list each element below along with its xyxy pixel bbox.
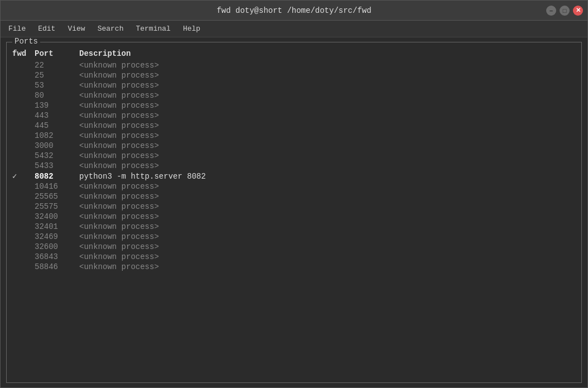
port-description: <unknown process> — [79, 131, 159, 140]
port-row[interactable]: 3000<unknown process> — [12, 141, 576, 151]
port-row[interactable]: 32400<unknown process> — [12, 212, 576, 222]
window-controls: – □ ✕ — [546, 6, 583, 16]
port-number: 445 — [35, 121, 79, 130]
ports-legend: Ports — [12, 37, 40, 46]
port-description: <unknown process> — [79, 101, 159, 110]
port-number: 22 — [35, 61, 79, 70]
port-row[interactable]: 25575<unknown process> — [12, 202, 576, 212]
ports-group: Ports fwd Port Description 22<unknown pr… — [6, 42, 582, 383]
port-description: <unknown process> — [79, 232, 159, 241]
port-number: 25575 — [35, 202, 79, 211]
port-number: 10416 — [35, 182, 79, 191]
header-description: Description — [79, 49, 576, 58]
menu-item-terminal[interactable]: Terminal — [130, 22, 176, 35]
port-number: 58846 — [35, 262, 79, 271]
port-row[interactable]: 443<unknown process> — [12, 111, 576, 121]
port-number: 25565 — [35, 192, 79, 201]
header-fwd: fwd — [12, 49, 35, 58]
port-description: <unknown process> — [79, 212, 159, 221]
minimize-button[interactable]: – — [546, 6, 556, 16]
port-number: 25 — [35, 71, 79, 80]
port-row[interactable]: ✓8082python3 -m http.server 8082 — [12, 171, 576, 181]
port-number: 5432 — [35, 151, 79, 160]
port-number: 5433 — [35, 161, 79, 170]
port-row[interactable]: 58846<unknown process> — [12, 262, 576, 272]
port-row[interactable]: 22<unknown process> — [12, 60, 576, 70]
port-row[interactable]: 53<unknown process> — [12, 80, 576, 90]
port-row[interactable]: 5432<unknown process> — [12, 151, 576, 161]
menu-item-view[interactable]: View — [62, 22, 90, 35]
menu-bar: FileEditViewSearchTerminalHelp — [1, 21, 587, 37]
port-row[interactable]: 80<unknown process> — [12, 90, 576, 100]
port-description: <unknown process> — [79, 71, 159, 80]
port-number: 32469 — [35, 232, 79, 241]
port-number: 53 — [35, 81, 79, 90]
menu-item-file[interactable]: File — [3, 22, 31, 35]
port-row[interactable]: 36843<unknown process> — [12, 252, 576, 262]
port-rows-container: 22<unknown process>25<unknown process>53… — [12, 60, 576, 272]
title-bar: fwd doty@short /home/doty/src/fwd – □ ✕ — [1, 1, 587, 21]
port-check: ✓ — [12, 171, 35, 181]
window-title: fwd doty@short /home/doty/src/fwd — [216, 6, 371, 15]
port-number: 443 — [35, 111, 79, 120]
port-row[interactable]: 1082<unknown process> — [12, 131, 576, 141]
port-number: 32600 — [35, 242, 79, 251]
content-area: Ports fwd Port Description 22<unknown pr… — [1, 37, 587, 387]
maximize-button[interactable]: □ — [560, 6, 570, 16]
terminal-window: fwd doty@short /home/doty/src/fwd – □ ✕ … — [0, 0, 588, 388]
port-number: 36843 — [35, 252, 79, 261]
port-description: <unknown process> — [79, 262, 159, 271]
port-description: <unknown process> — [79, 202, 159, 211]
port-row[interactable]: 5433<unknown process> — [12, 161, 576, 171]
port-description: python3 -m http.server 8082 — [79, 172, 206, 181]
port-number: 32400 — [35, 212, 79, 221]
port-row[interactable]: 139<unknown process> — [12, 100, 576, 111]
menu-item-edit[interactable]: Edit — [32, 22, 61, 35]
port-description: <unknown process> — [79, 182, 159, 191]
port-row[interactable]: 32401<unknown process> — [12, 222, 576, 232]
port-number: 8082 — [35, 172, 79, 181]
port-number: 1082 — [35, 131, 79, 140]
close-button[interactable]: ✕ — [573, 6, 583, 16]
table-header: fwd Port Description — [12, 47, 576, 58]
port-description: <unknown process> — [79, 151, 159, 160]
menu-item-help[interactable]: Help — [177, 22, 206, 35]
port-row[interactable]: 25<unknown process> — [12, 70, 576, 80]
port-row[interactable]: 32600<unknown process> — [12, 242, 576, 252]
port-description: <unknown process> — [79, 81, 159, 90]
port-number: 32401 — [35, 222, 79, 231]
port-row[interactable]: 445<unknown process> — [12, 121, 576, 131]
port-number: 80 — [35, 91, 79, 100]
port-number: 139 — [35, 101, 79, 110]
port-description: <unknown process> — [79, 192, 159, 201]
menu-item-search[interactable]: Search — [92, 22, 129, 35]
port-description: <unknown process> — [79, 252, 159, 261]
port-description: <unknown process> — [79, 61, 159, 70]
port-row[interactable]: 25565<unknown process> — [12, 191, 576, 202]
port-description: <unknown process> — [79, 242, 159, 251]
header-port: Port — [35, 49, 79, 58]
port-description: <unknown process> — [79, 161, 159, 170]
port-description: <unknown process> — [79, 222, 159, 231]
port-description: <unknown process> — [79, 111, 159, 120]
port-description: <unknown process> — [79, 141, 159, 150]
port-description: <unknown process> — [79, 91, 159, 100]
port-description: <unknown process> — [79, 121, 159, 130]
port-row[interactable]: 10416<unknown process> — [12, 181, 576, 191]
port-row[interactable]: 32469<unknown process> — [12, 232, 576, 242]
port-number: 3000 — [35, 141, 79, 150]
